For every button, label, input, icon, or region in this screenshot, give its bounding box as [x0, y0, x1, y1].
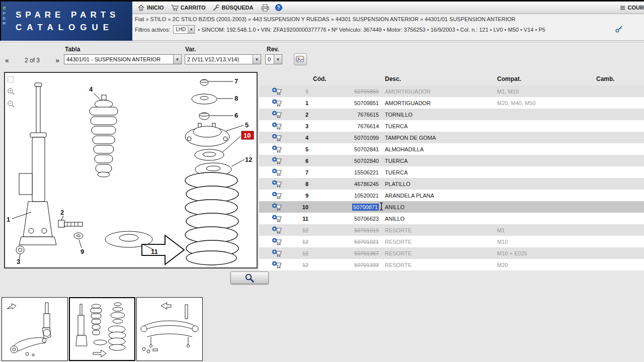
- add-to-cart-button[interactable]: [272, 238, 284, 246]
- select-area-icon[interactable]: [7, 76, 14, 83]
- callout-3: 3: [17, 258, 20, 265]
- diagram-tools: [7, 76, 15, 108]
- row-code: 7676614: [357, 123, 379, 129]
- add-to-cart-button[interactable]: [272, 99, 284, 107]
- help-icon: ?: [275, 4, 282, 11]
- app-window: e P E R SPARE PARTS CATALOGUE INICIO: [0, 0, 644, 362]
- figure-view-button[interactable]: [294, 53, 307, 65]
- header: e P E R SPARE PARTS CATALOGUE INICIO: [0, 2, 644, 41]
- tabla-select[interactable]: 44301/01 - SUSPENSION ANTERIOR ▼: [64, 54, 182, 64]
- thumbnail-page-3[interactable]: [136, 297, 203, 361]
- breadcrumb[interactable]: Fiat » STILO » 2C STILO BZ/DS (2001-2003…: [135, 16, 515, 22]
- table-row[interactable]: 1 50709850 AMORTIGUADOR M1, M10: [259, 85, 644, 97]
- add-to-cart-button[interactable]: [272, 192, 284, 200]
- add-to-cart-button[interactable]: [272, 111, 284, 119]
- table-row[interactable]: 12 50701021 RESORTE M10: [259, 236, 644, 247]
- inicio-button[interactable]: INICIO: [135, 3, 169, 13]
- add-to-cart-button[interactable]: [272, 203, 284, 211]
- thumbnail-page-2[interactable]: [69, 297, 135, 361]
- figure-icon: [296, 55, 305, 63]
- add-to-cart-button[interactable]: [272, 145, 284, 153]
- toolbar-right[interactable]: COUR: [620, 5, 644, 11]
- add-to-cart-button[interactable]: [272, 180, 284, 188]
- chevron-down-icon: ▼: [188, 26, 194, 33]
- callout-7: 7: [234, 77, 238, 85]
- cart-add-icon: [272, 99, 282, 107]
- row-compat: M20, M40, M50: [497, 100, 596, 106]
- table-row[interactable]: 12 50701367 RESORTE M10 + E025: [259, 247, 644, 259]
- zoom-out-icon[interactable]: [7, 100, 15, 108]
- eper-vertical-logo: e P E R: [1, 2, 8, 41]
- thumbnail-page-1[interactable]: [2, 297, 68, 361]
- busqueda-button[interactable]: BÚSQUEDA: [210, 3, 258, 13]
- zoom-in-icon[interactable]: [7, 87, 15, 96]
- filters-bar: Filtros activos: LHD ▼ • SINCOM: 192.548…: [135, 25, 623, 34]
- table-row[interactable]: 3 7676614 TUERCA: [259, 120, 644, 132]
- add-to-cart-button[interactable]: [272, 134, 284, 142]
- cart-add-icon: [272, 168, 282, 176]
- row-num: 12: [284, 262, 308, 268]
- add-to-cart-button[interactable]: [272, 122, 284, 130]
- cart-add-icon: [272, 238, 282, 246]
- table-row[interactable]: 6 50702840 TUERCA: [259, 155, 644, 166]
- vehicle-key-button[interactable]: [615, 25, 623, 34]
- row-num: 11: [284, 216, 308, 222]
- print-button[interactable]: [258, 3, 272, 13]
- diagram-panel[interactable]: 1 2 3 4 5 6 7 8 9 10 11 12: [4, 72, 258, 268]
- header-cod: Cód.: [313, 75, 327, 82]
- var-select-value: 2 (V11,V12,V13,V14): [185, 56, 253, 62]
- add-to-cart-button[interactable]: [272, 215, 284, 223]
- add-to-cart-button[interactable]: [272, 261, 284, 269]
- table-row[interactable]: 1 50709851 AMORTIGUADOR M20, M40, M50: [259, 97, 644, 109]
- printer-icon: [261, 4, 269, 12]
- logo-title-line2: CATALOGUE: [16, 23, 132, 33]
- add-to-cart-button[interactable]: [272, 168, 284, 176]
- add-to-cart-button[interactable]: [272, 87, 284, 96]
- upper-mount-part: [185, 123, 229, 146]
- table-row[interactable]: 10 50700871 ANILLO: [259, 201, 644, 213]
- pager-prev-button[interactable]: «: [5, 56, 9, 64]
- table-row[interactable]: 12 50701333 RESORTE M20: [259, 259, 644, 270]
- row-code: 50702840: [354, 158, 379, 164]
- parts-table-body: 1 50709850 AMORTIGUADOR M1, M10 1 507098…: [259, 85, 644, 270]
- row-num: 1: [284, 100, 308, 106]
- callout-1: 1: [7, 216, 10, 223]
- help-button[interactable]: ?: [272, 3, 285, 12]
- row-code: 46786245: [354, 181, 379, 187]
- callout-8: 8: [234, 95, 238, 102]
- callout-6: 6: [234, 112, 238, 119]
- row-desc: ANILLO: [385, 204, 497, 210]
- cart-add-icon: [272, 134, 282, 142]
- add-to-cart-button[interactable]: [272, 226, 284, 234]
- row-code: 50701367: [354, 250, 379, 256]
- row-num: 1: [284, 88, 308, 95]
- table-row[interactable]: 2 7676615 TORNILLO: [259, 109, 644, 120]
- row-num: 4: [284, 135, 308, 141]
- small-nut-part: [199, 113, 209, 120]
- row-num: 6: [284, 158, 308, 164]
- var-label: Var.: [185, 46, 196, 53]
- carrito-button[interactable]: CARRITO: [169, 3, 210, 13]
- table-row[interactable]: 4 50701099 TAMPON DE GOMA: [259, 132, 644, 143]
- rev-select[interactable]: 0 ▼: [265, 54, 282, 64]
- lhd-select[interactable]: LHD ▼: [173, 25, 195, 34]
- diagram-search-button[interactable]: [230, 272, 269, 284]
- row-num: 12: [284, 239, 308, 245]
- table-row[interactable]: 9 10520021 ARANDELA PLANA: [259, 190, 644, 201]
- table-row[interactable]: 7 15506221 TUERCA: [259, 166, 644, 178]
- pager-next-button[interactable]: »: [55, 56, 59, 64]
- add-to-cart-button[interactable]: [272, 249, 284, 257]
- add-to-cart-button[interactable]: [272, 157, 284, 165]
- row-desc: ANILLO: [385, 216, 497, 222]
- coil-spring-part: [185, 172, 238, 265]
- table-row[interactable]: 12 50701019 RESORTE M1: [259, 224, 644, 236]
- busqueda-label: BÚSQUEDA: [222, 5, 254, 11]
- table-row[interactable]: 11 50706623 ANILLO: [259, 213, 644, 224]
- table-row[interactable]: 5 50702841 ALMOHADILLA: [259, 143, 644, 155]
- row-code: 50701333: [354, 262, 379, 268]
- callout-5: 5: [245, 121, 249, 129]
- var-select[interactable]: 2 (V11,V12,V13,V14) ▼: [185, 54, 261, 64]
- filters-label: Filtros activos:: [135, 27, 170, 33]
- table-row[interactable]: 8 46786245 PLATILLO: [259, 178, 644, 190]
- cart-add-icon: [272, 226, 282, 234]
